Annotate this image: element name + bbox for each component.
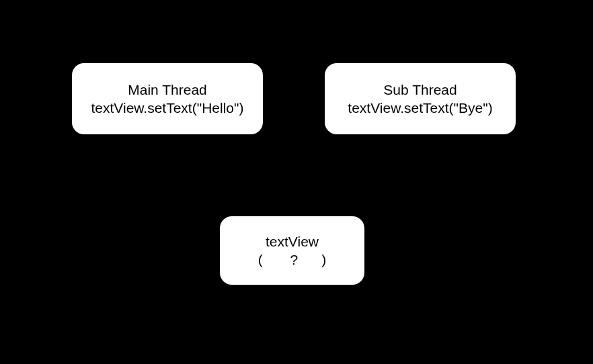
main-thread-box: Main Thread textView.setText("Hello") [72,63,263,134]
textview-box: textView ( ? ) [220,216,364,285]
textview-title: textView [266,232,319,251]
sub-thread-title: Sub Thread [383,81,457,99]
sub-thread-box: Sub Thread textView.setText("Bye") [325,63,516,134]
textview-value: ( ? ) [258,251,327,269]
main-thread-code: textView.setText("Hello") [91,99,244,117]
sub-thread-code: textView.setText("Bye") [348,99,492,117]
main-thread-title: Main Thread [128,81,207,99]
